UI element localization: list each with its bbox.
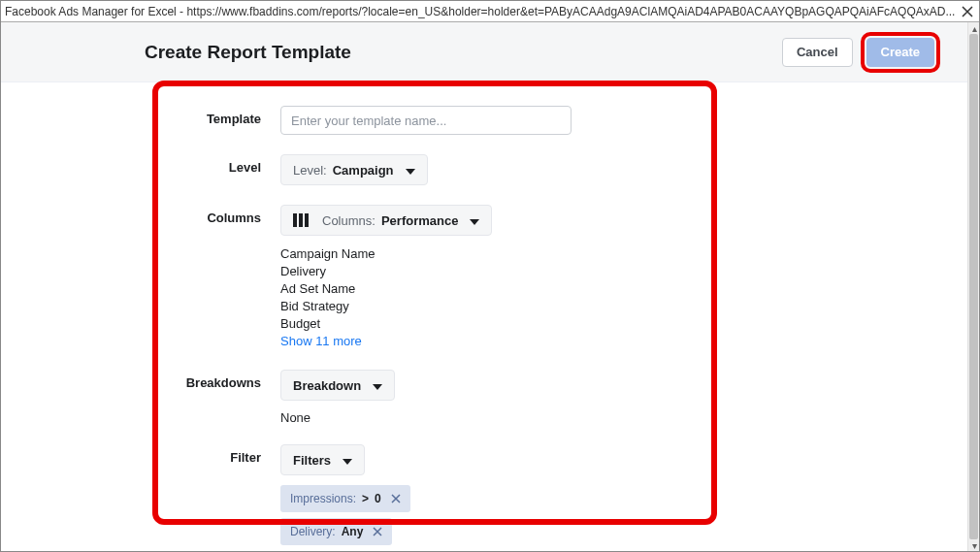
filter-chip[interactable]: Impressions: > 0 (280, 485, 410, 512)
close-window-button[interactable] (962, 6, 973, 17)
titlebar: Facebook Ads Manager for Excel - https:/… (1, 1, 979, 22)
filters-button-label: Filters (293, 453, 331, 468)
level-dropdown[interactable]: Level: Campaign (280, 154, 428, 185)
column-item: Bid Strategy (280, 298, 967, 315)
label-template: Template (145, 106, 280, 135)
chip-value: Any (342, 525, 364, 538)
caret-down-icon (373, 378, 382, 393)
row-columns: Columns Columns: Performance Campaign Na… (145, 205, 967, 350)
create-highlight: Create (861, 32, 940, 73)
row-level: Level Level: Campaign (145, 154, 967, 185)
row-template: Template (145, 106, 967, 135)
label-filter: Filter (145, 444, 280, 551)
header-actions: Cancel Create (782, 32, 940, 73)
create-button[interactable]: Create (866, 38, 934, 67)
template-name-input[interactable] (280, 106, 572, 135)
columns-dropdown[interactable]: Columns: Performance (280, 205, 492, 236)
filters-dropdown[interactable]: Filters (280, 444, 365, 475)
scrollbar-thumb[interactable] (969, 34, 978, 539)
column-item: Delivery (280, 263, 967, 280)
label-breakdowns: Breakdowns (145, 370, 280, 425)
chip-label: Delivery: (290, 525, 336, 538)
scroll-down-arrow[interactable]: ▾ (968, 539, 980, 551)
caret-down-icon (470, 213, 479, 228)
breakdown-button-label: Breakdown (293, 378, 361, 393)
columns-icon (293, 213, 309, 227)
columns-prefix: Columns: (322, 213, 376, 228)
app-window: Facebook Ads Manager for Excel - https:/… (0, 0, 980, 552)
chip-op: > (362, 492, 369, 505)
label-columns: Columns (145, 205, 280, 350)
chip-label: Impressions: (290, 492, 356, 505)
row-breakdowns: Breakdowns Breakdown None (145, 370, 967, 425)
vertical-scrollbar[interactable]: ▴ ▾ (967, 22, 979, 551)
level-value: Campaign (333, 163, 394, 178)
column-item: Campaign Name (280, 245, 967, 263)
filter-chip[interactable]: Delivery: Any (280, 518, 392, 545)
column-item: Budget (280, 315, 967, 333)
cancel-button[interactable]: Cancel (782, 38, 853, 67)
scroll-up-arrow[interactable]: ▴ (968, 22, 980, 34)
filter-chips: Impressions: > 0 Delivery: Any + (280, 485, 967, 551)
breakdown-value: None (280, 401, 967, 425)
column-item: Ad Set Name (280, 280, 967, 298)
label-level: Level (145, 154, 280, 185)
remove-chip-icon[interactable] (387, 494, 405, 503)
caret-down-icon (406, 163, 415, 178)
content-area: Create Report Template Cancel Create Tem… (1, 22, 967, 551)
form-area: Template Level Level: Campaign Columns (1, 82, 967, 551)
level-prefix: Level: (293, 163, 327, 178)
caret-down-icon (343, 453, 352, 468)
chip-value: 0 (375, 492, 381, 505)
remove-chip-icon[interactable] (369, 527, 386, 536)
window-title: Facebook Ads Manager for Excel - https:/… (5, 5, 962, 18)
row-filter: Filter Filters Impressions: > 0 (145, 444, 967, 551)
breakdown-dropdown[interactable]: Breakdown (280, 370, 395, 401)
header-bar: Create Report Template Cancel Create (1, 22, 967, 82)
page-title: Create Report Template (145, 42, 351, 63)
columns-list: Campaign Name Delivery Ad Set Name Bid S… (280, 236, 967, 350)
columns-value: Performance (381, 213, 458, 228)
show-more-link[interactable]: Show 11 more (280, 333, 967, 350)
